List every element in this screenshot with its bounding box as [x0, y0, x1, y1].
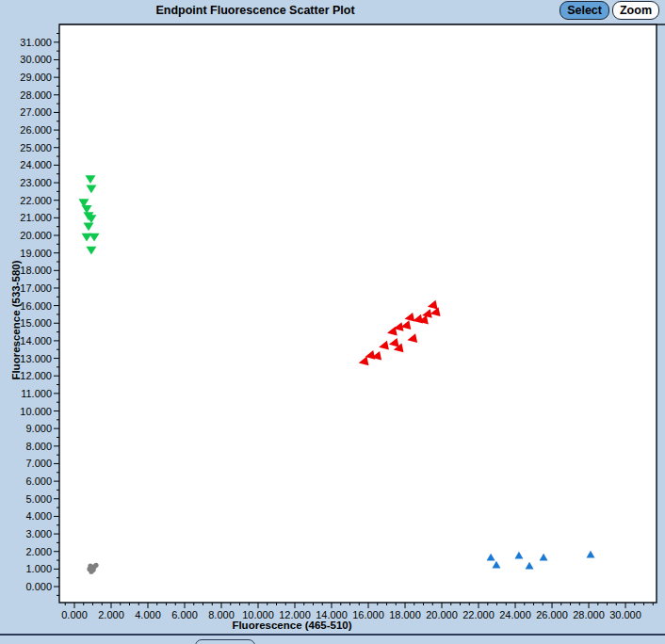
y-tick-label: 16.000 — [20, 300, 52, 312]
y-tick-label: 26.000 — [20, 124, 52, 136]
y-axis-title: Fluorescence (533-580) — [10, 260, 22, 379]
endpoint-fluorescence-window: 0.0001.0002.0003.0004.0005.0006.0007.000… — [0, 0, 665, 644]
y-tick-label: 14.000 — [20, 335, 52, 346]
y-tick-label: 2.000 — [25, 546, 52, 557]
x-tick-label: 28.000 — [573, 609, 605, 620]
y-tick-label: 29.000 — [20, 72, 52, 83]
x-tick-label: 0.000 — [61, 609, 88, 620]
y-tick-label: 7.000 — [25, 458, 52, 469]
y-tick-label: 9.000 — [25, 423, 52, 434]
scatter-canvas: 0.0001.0002.0003.0004.0005.0006.0007.000… — [0, 0, 665, 644]
y-tick-label: 6.000 — [25, 475, 52, 487]
page-title: Endpoint Fluorescence Scatter Plot — [34, 4, 477, 17]
partial-bottom-button[interactable] — [195, 639, 255, 644]
y-tick-label: 1.000 — [25, 563, 52, 574]
x-tick-label: 30.000 — [609, 609, 641, 620]
select-button[interactable]: Select — [560, 1, 609, 20]
y-tick-label: 21.000 — [20, 212, 52, 223]
y-tick-label: 28.000 — [20, 89, 52, 101]
x-axis-title: Fluorescence (465-510) — [151, 620, 433, 631]
y-tick-label: 0.000 — [25, 581, 52, 592]
y-tick-label: 11.000 — [21, 388, 52, 399]
y-tick-label: 17.000 — [20, 282, 52, 294]
y-tick-label: 4.000 — [25, 510, 52, 522]
y-tick-label: 31.000 — [20, 37, 52, 48]
y-tick-label: 12.000 — [20, 370, 52, 381]
y-tick-label: 8.000 — [25, 441, 52, 452]
y-tick-label: 20.000 — [20, 230, 52, 241]
y-tick-label: 24.000 — [20, 159, 52, 170]
bottom-divider — [0, 634, 665, 636]
y-tick-label: 23.000 — [20, 177, 52, 188]
x-tick-label: 2.000 — [98, 609, 124, 620]
gray-cluster-point[interactable] — [93, 563, 98, 568]
y-tick-label: 15.000 — [20, 317, 52, 329]
header-buttons: Select Zoom — [560, 1, 659, 20]
y-tick-label: 10.000 — [20, 406, 52, 417]
zoom-button[interactable]: Zoom — [612, 1, 659, 20]
x-tick-label: 22.000 — [462, 609, 495, 620]
y-tick-label: 18.000 — [20, 265, 52, 276]
y-tick-label: 5.000 — [25, 493, 52, 505]
x-tick-label: 24.000 — [499, 609, 531, 620]
y-tick-label: 13.000 — [20, 353, 52, 364]
plot-area[interactable] — [59, 24, 657, 603]
y-tick-label: 30.000 — [20, 54, 52, 65]
y-tick-label: 25.000 — [20, 142, 52, 153]
x-tick-label: 26.000 — [536, 609, 568, 620]
y-tick-label: 19.000 — [20, 248, 52, 259]
gray-cluster-point[interactable] — [89, 570, 93, 574]
y-tick-label: 3.000 — [25, 528, 52, 539]
y-tick-label: 22.000 — [20, 195, 52, 206]
y-tick-label: 27.000 — [20, 106, 52, 118]
